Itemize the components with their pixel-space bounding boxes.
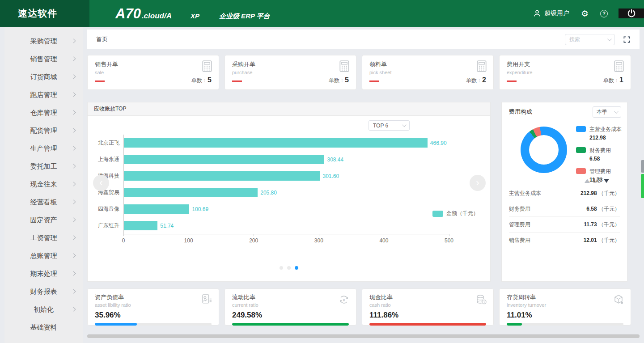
sidebar-item[interactable]: 初始化: [4, 301, 83, 318]
search-input[interactable]: 搜索: [565, 34, 615, 45]
horizontal-scrollbar: [87, 335, 640, 338]
pager-text: 1/2: [593, 178, 601, 184]
chevron-right-icon: [72, 57, 76, 61]
bar-row: 308.44: [124, 151, 449, 168]
app-header: 速达软件 A70 .cloud/A XP 企业级 ERP 平台 超级用户 ⚙ ?: [0, 0, 644, 27]
legend-label: 财务费用: [589, 147, 611, 154]
sidebar-item[interactable]: 财务报表: [4, 283, 83, 301]
quick-widget-gray-tab[interactable]: [641, 160, 644, 173]
stat-card-subtitle: purchase: [232, 70, 349, 75]
stat-card[interactable]: 领料单pick sheet单数：2: [362, 55, 494, 90]
pager-up-icon[interactable]: [585, 179, 590, 183]
sidebar-item[interactable]: 固定资产: [4, 211, 83, 229]
brand-tagline: 企业级 ERP 平台: [219, 12, 270, 21]
chevron-right-icon: [72, 93, 76, 97]
sidebar-item-label: 跑店管理: [30, 91, 57, 99]
sidebar-item[interactable]: 现金往来: [4, 175, 83, 193]
period-value: 本季: [597, 108, 607, 116]
bar[interactable]: [124, 204, 189, 214]
period-select[interactable]: 本季: [593, 106, 621, 118]
bar[interactable]: [124, 188, 258, 197]
user-menu[interactable]: 超级用户: [533, 9, 569, 17]
donut-legend-item[interactable]: 财务费用6.58: [576, 147, 622, 162]
progress-bar: [507, 323, 623, 326]
sidebar-item-label: 仓库管理: [30, 109, 57, 117]
bar-value-label: 466.90: [430, 140, 447, 146]
bar-row: 205.80: [124, 184, 449, 201]
logout-button[interactable]: [619, 8, 644, 18]
x-axis-tick-label: 300: [314, 237, 323, 244]
search-placeholder: 搜索: [569, 36, 580, 43]
calculator-icon: [476, 60, 487, 74]
quick-widget-green-tab[interactable]: [641, 174, 644, 198]
carousel-dot[interactable]: [295, 266, 298, 270]
sidebar-item[interactable]: 销售管理: [4, 50, 83, 68]
chevron-down-icon: [607, 37, 612, 41]
sidebar-item[interactable]: 经营看板: [4, 193, 83, 211]
stat-card-count: 单数：5: [191, 76, 212, 85]
chevron-right-icon: [72, 75, 76, 79]
ratio-card[interactable]: 资产负债率asset libility ratio35.96%: [87, 288, 219, 326]
sidebar-item[interactable]: 生产管理: [4, 140, 83, 157]
expense-row: 财务费用6.58 （千元）: [509, 201, 620, 217]
bar[interactable]: [124, 155, 324, 164]
carousel-dot[interactable]: [287, 266, 291, 270]
legend-label: 金额（千元）: [446, 210, 479, 217]
pager-down-icon[interactable]: [604, 179, 609, 183]
receivables-bar-chart: 北京正飞上海永通洪海科技海鑫贸易四海音像广东红升 466.90308.44301…: [95, 135, 449, 244]
breadcrumb-home[interactable]: 首页: [96, 35, 108, 43]
bar[interactable]: [124, 171, 320, 181]
fullscreen-button[interactable]: [623, 36, 631, 43]
sidebar-item-label: 采购管理: [30, 37, 57, 46]
sidebar-item[interactable]: 配货管理: [4, 122, 83, 140]
scrollbar-thumb[interactable]: [87, 335, 640, 338]
sidebar-item-label: 订货商城: [30, 73, 57, 81]
expense-rows: 主营业务成本212.98 （千元）财务费用6.58 （千元）管理费用11.73 …: [509, 186, 620, 248]
sidebar-item[interactable]: 基础资料: [4, 318, 83, 336]
expense-row-label: 财务费用: [509, 205, 530, 213]
legend-swatch: [576, 126, 586, 132]
bar-row: 466.90: [124, 135, 449, 151]
expense-row-value: 12.01 （千元）: [584, 237, 620, 244]
app-logo: 速达软件: [0, 0, 89, 27]
legend-label: 管理费用: [589, 168, 611, 175]
ratio-card[interactable]: 存货周转率inventory turnover11.01%: [499, 288, 631, 326]
bar[interactable]: [124, 138, 428, 148]
x-axis-tick-label: 400: [379, 237, 388, 244]
stat-card-title: 领料单: [369, 60, 486, 68]
refresh-yen-icon: ¥: [338, 293, 350, 308]
ratio-card[interactable]: 流动比率current ratio¥249.58%: [225, 288, 356, 326]
sidebar-item[interactable]: 期末处理: [4, 265, 83, 283]
carousel-next-button[interactable]: ›: [470, 175, 486, 191]
carousel-dot[interactable]: [280, 266, 283, 270]
progress-bar: [95, 323, 212, 326]
carousel-prev-button[interactable]: ‹: [93, 175, 109, 191]
stat-card[interactable]: 采购开单purchase单数：5: [225, 55, 356, 90]
donut-legend-item[interactable]: 主营业务成本212.98: [576, 126, 622, 141]
ratio-card[interactable]: 现金比率cash ratio111.86%: [362, 288, 494, 326]
top-n-select[interactable]: TOP 6: [369, 120, 410, 131]
stat-card[interactable]: 费用开支expenditure单数：1: [499, 55, 631, 90]
stat-card[interactable]: 销售开单sale单数：5: [87, 55, 219, 90]
sidebar-item-label: 生产管理: [30, 144, 57, 153]
sidebar-item[interactable]: 工资管理: [4, 229, 83, 247]
sidebar-item[interactable]: 订货商城: [4, 68, 83, 86]
bar[interactable]: [124, 221, 157, 230]
sidebar-item[interactable]: 采购管理: [4, 32, 83, 50]
stat-card-count: 单数：1: [603, 76, 623, 85]
x-axis-tick-label: 500: [445, 237, 453, 244]
carousel-dots: [280, 266, 298, 270]
sidebar-item[interactable]: 跑店管理: [4, 86, 83, 104]
expense-row-value: 6.58 （千元）: [586, 205, 620, 213]
bar-category-label: 广东红升: [95, 217, 123, 234]
quick-sidebar-widget[interactable]: [641, 160, 644, 198]
help-button[interactable]: ?: [600, 10, 608, 17]
sidebar-item[interactable]: 委托加工: [4, 157, 83, 175]
bar-value-label: 308.44: [327, 157, 343, 163]
red-dash: [507, 80, 517, 82]
sidebar-item[interactable]: 总账管理: [4, 247, 83, 265]
expense-row-label: 主营业务成本: [509, 190, 541, 197]
sidebar-item[interactable]: 仓库管理: [4, 104, 83, 122]
settings-button[interactable]: ⚙: [581, 9, 589, 18]
top-n-value: TOP 6: [373, 123, 388, 129]
